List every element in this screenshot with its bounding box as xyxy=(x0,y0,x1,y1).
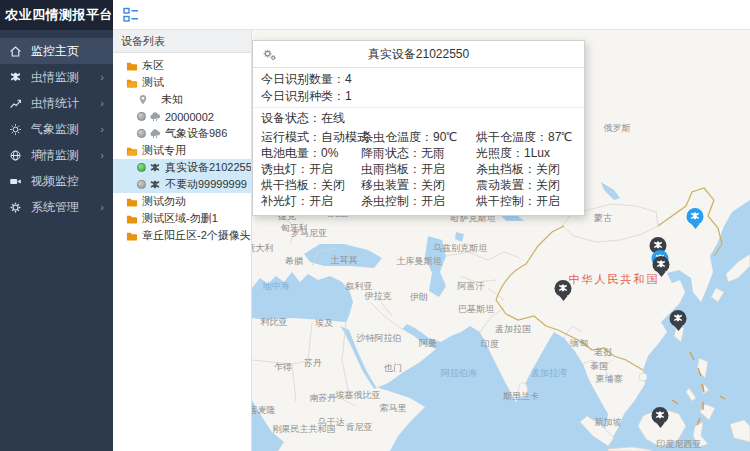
topbar xyxy=(113,0,750,30)
chevron-right-icon: › xyxy=(100,97,104,109)
sidebar: 农业四情测报平台 监控主页 虫情监测 › 虫情统计 › 气象监测 › xyxy=(0,0,113,451)
tree-device-weather-986[interactable]: 气象设备986 xyxy=(113,125,251,142)
video-icon xyxy=(9,175,22,188)
device-tree: 东区 测试 未知 20000002 气象设备986 xyxy=(113,53,251,244)
weather-icon xyxy=(9,123,22,136)
sidebar-item-weather-monitor[interactable]: 气象监测 › xyxy=(0,116,113,142)
tree-folder-test[interactable]: 测试 xyxy=(113,74,251,91)
sidebar-item-label: 系统管理 xyxy=(31,199,79,216)
tree-device-20000002[interactable]: 20000002 xyxy=(113,108,251,125)
chevron-right-icon: › xyxy=(100,123,104,135)
folder-icon xyxy=(126,230,138,242)
device-map-marker[interactable] xyxy=(687,208,704,225)
moth-icon xyxy=(690,211,701,222)
chevron-right-icon: › xyxy=(100,149,104,161)
insect-device-icon xyxy=(149,162,161,174)
popup-metric-cell: 杀虫仓温度：90℃ xyxy=(361,129,476,145)
popup-metric-cell: 烘干控制：开启 xyxy=(476,193,576,209)
sidebar-item-soil-monitor[interactable]: 墒情监测 › xyxy=(0,142,113,168)
popup-metric-cell: 烘干仓温度：87℃ xyxy=(476,129,576,145)
popup-metric-cell: 电池电量：0% xyxy=(261,145,361,161)
status-dot-offline xyxy=(137,112,146,121)
weather-station-icon xyxy=(149,111,161,123)
device-list-panel: 设备列表 东区 测试 未知 20000002 气 xyxy=(113,30,252,451)
sidebar-item-label: 虫情统计 xyxy=(31,95,79,112)
popup-count-line: 今日识别数量：4 xyxy=(253,68,584,88)
tree-device-do-not-touch[interactable]: 不要动99999999 xyxy=(113,176,251,193)
status-dot-online xyxy=(137,163,146,172)
gears-icon[interactable] xyxy=(262,47,277,62)
folder-icon xyxy=(126,196,138,208)
moth-icon xyxy=(673,313,684,324)
moth-icon xyxy=(558,283,569,294)
popup-header: 真实设备21022550 xyxy=(253,41,584,68)
popup-metric-cell: 移虫装置：关闭 xyxy=(361,177,476,193)
sidebar-item-label: 气象监测 xyxy=(31,121,79,138)
chevron-right-icon: › xyxy=(100,201,104,213)
tree-folder-test-no-touch[interactable]: 测试勿动 xyxy=(113,193,251,210)
device-list-title: 设备列表 xyxy=(113,30,251,53)
device-map-marker[interactable] xyxy=(555,280,572,297)
popup-metric-cell: 杀虫挡板：关闭 xyxy=(476,161,576,177)
folder-icon xyxy=(126,60,138,72)
tree-folder-test-area[interactable]: 测试区域-勿删1 xyxy=(113,210,251,227)
moth-icon xyxy=(655,410,666,421)
folder-open-icon xyxy=(126,145,138,157)
popup-status-line: 设备状态：在线 xyxy=(253,110,584,127)
sidebar-item-system-settings[interactable]: 系统管理 › xyxy=(0,194,113,220)
tree-folder-zhangqiu[interactable]: 章丘阳丘区-2个摄像头 xyxy=(113,227,251,244)
weather-station-icon xyxy=(149,128,161,140)
popup-device-title: 真实设备21022550 xyxy=(253,46,584,63)
tree-folder-test-dedicated[interactable]: 测试专用 xyxy=(113,142,251,159)
popup-metric-cell: 虫雨挡板：开启 xyxy=(361,161,476,177)
moth-icon xyxy=(656,259,667,270)
sidebar-item-insect-stats[interactable]: 虫情统计 › xyxy=(0,90,113,116)
popup-metric-cell: 光照度：1Lux xyxy=(476,145,576,161)
tree-device-real-21022550[interactable]: 真实设备21022550 xyxy=(113,159,251,176)
device-detail-popup: 真实设备21022550 今日识别数量：4 今日识别种类：1 设备状态：在线 运… xyxy=(252,40,585,216)
chevron-right-icon: › xyxy=(100,71,104,83)
popup-metric-cell: 诱虫灯：开启 xyxy=(261,161,361,177)
soil-icon xyxy=(9,149,22,162)
sidebar-menu: 监控主页 虫情监测 › 虫情统计 › 气象监测 › 墒情监测 xyxy=(0,30,113,220)
sidebar-item-video-monitor[interactable]: 视频监控 xyxy=(0,168,113,194)
popup-metric-cell: 运行模式：自动模式 xyxy=(261,129,361,145)
folder-open-icon xyxy=(126,77,138,89)
gear-icon xyxy=(9,201,22,214)
insect-icon xyxy=(9,71,22,84)
insect-device-icon xyxy=(149,179,161,191)
app-title: 农业四情测报平台 xyxy=(0,0,113,30)
popup-metric-cell: 补光灯：开启 xyxy=(261,193,361,209)
map-pin-icon xyxy=(137,94,149,106)
sidebar-item-label: 监控主页 xyxy=(31,43,79,60)
status-dot-offline xyxy=(137,129,146,138)
sidebar-item-monitor-home[interactable]: 监控主页 xyxy=(0,38,113,64)
sidebar-item-label: 墒情监测 xyxy=(31,147,79,164)
status-dot-offline xyxy=(137,180,146,189)
sidebar-item-insect-monitor[interactable]: 虫情监测 › xyxy=(0,64,113,90)
popup-kind-line: 今日识别种类：1 xyxy=(253,88,584,108)
sidebar-item-label: 虫情监测 xyxy=(31,69,79,86)
popup-metric-cell: 杀虫控制：开启 xyxy=(361,193,476,209)
tree-toggle-icon[interactable] xyxy=(123,7,139,23)
device-map-marker[interactable] xyxy=(652,407,669,424)
popup-metric-cell: 降雨状态：无雨 xyxy=(361,145,476,161)
map-canvas[interactable]: 俄罗斯蒙古哈萨克斯坦乌克兰捷克匈牙利罗马尼亚意大利希腊土耳其叙利亚伊拉克伊朗土库… xyxy=(252,30,750,451)
tree-folder-east[interactable]: 东区 xyxy=(113,57,251,74)
device-map-marker[interactable] xyxy=(670,310,687,327)
tree-device-unknown[interactable]: 未知 xyxy=(113,91,251,108)
sidebar-item-label: 视频监控 xyxy=(31,173,79,190)
popup-metric-cell: 震动装置：关闭 xyxy=(476,177,576,193)
chart-icon xyxy=(9,97,22,110)
popup-metrics-grid: 运行模式：自动模式杀虫仓温度：90℃烘干仓温度：87℃电池电量：0%降雨状态：无… xyxy=(253,127,584,215)
popup-metric-cell: 烘干挡板：关闭 xyxy=(261,177,361,193)
device-map-marker[interactable] xyxy=(653,256,670,273)
folder-icon xyxy=(126,213,138,225)
home-icon xyxy=(9,45,22,58)
app-window: 农业四情测报平台 监控主页 虫情监测 › 虫情统计 › 气象监测 › xyxy=(0,0,750,451)
